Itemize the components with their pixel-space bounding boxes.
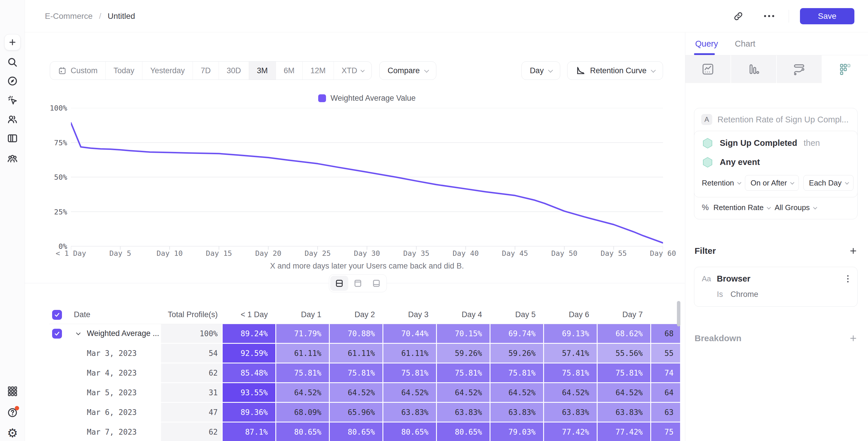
retention-cell[interactable]: 71.79% xyxy=(276,324,329,343)
retention-cell[interactable]: 68.62% xyxy=(597,324,650,343)
tab-chart[interactable]: Chart xyxy=(735,32,755,55)
retention-cell-clipped[interactable]: 68 xyxy=(651,324,680,343)
layout-split-view-button[interactable] xyxy=(330,276,348,291)
column-header[interactable]: Date xyxy=(73,310,160,319)
retention-cell[interactable]: 63.83% xyxy=(437,403,490,421)
vertical-scrollbar[interactable] xyxy=(677,301,680,326)
retention-cell[interactable]: 75.81% xyxy=(276,364,329,382)
retention-cell[interactable]: 75.81% xyxy=(544,364,597,382)
retention-cell[interactable]: 93.55% xyxy=(223,383,275,402)
column-header[interactable]: Day 4 xyxy=(437,310,490,319)
retention-cell[interactable]: 57.41% xyxy=(544,344,597,363)
retention-cell[interactable]: 77.42% xyxy=(597,422,650,441)
retention-cell[interactable]: 69.13% xyxy=(544,324,597,343)
column-header[interactable]: < 1 Day xyxy=(223,310,275,319)
column-header[interactable]: Day 2 xyxy=(330,310,382,319)
row-checkbox[interactable] xyxy=(52,310,62,320)
table-row[interactable]: Mar 3, 20235492.59%61.11%61.11%61.11%59.… xyxy=(49,344,680,363)
group-dropdown[interactable]: All Groups xyxy=(774,203,816,212)
retention-cell[interactable]: 65.96% xyxy=(330,403,382,421)
range-button-xtd[interactable]: XTD xyxy=(334,62,371,80)
retention-cell[interactable]: 79.03% xyxy=(491,422,543,441)
condition-dropdown[interactable]: On or After xyxy=(745,175,799,191)
expand-chevron-icon[interactable] xyxy=(76,331,81,335)
tab-query[interactable]: Query xyxy=(695,32,718,55)
search-icon[interactable] xyxy=(7,57,18,68)
explore-compass-icon[interactable] xyxy=(7,75,18,87)
magic-pointer-icon[interactable] xyxy=(7,95,18,106)
retention-cell[interactable]: 63.83% xyxy=(491,403,543,421)
granularity-dropdown[interactable]: Day xyxy=(521,61,560,80)
retention-cell-clipped[interactable]: 55 xyxy=(651,344,680,363)
retention-line-chart[interactable] xyxy=(71,108,663,250)
breadcrumb-parent[interactable]: E-Commerce xyxy=(45,11,93,21)
range-button-12m[interactable]: 12M xyxy=(303,62,334,80)
retention-cell[interactable]: 75.81% xyxy=(437,364,490,382)
retention-cell[interactable]: 68.09% xyxy=(276,403,329,421)
retention-cell[interactable]: 77.42% xyxy=(544,422,597,441)
retention-cell[interactable]: 64.52% xyxy=(383,383,436,402)
compare-button[interactable]: Compare xyxy=(379,61,436,80)
retention-cell[interactable]: 87.1% xyxy=(223,422,275,441)
retention-cell[interactable]: 80.65% xyxy=(330,422,382,441)
retention-cell[interactable]: 89.24% xyxy=(223,324,275,343)
retention-cell[interactable]: 63.83% xyxy=(544,403,597,421)
create-new-button[interactable] xyxy=(4,34,21,50)
add-filter-button[interactable] xyxy=(849,247,858,255)
retention-cell[interactable]: 85.48% xyxy=(223,364,275,382)
table-row[interactable]: Mar 6, 20234789.36%68.09%65.96%63.83%63.… xyxy=(49,403,680,421)
retention-cell[interactable]: 59.26% xyxy=(491,344,543,363)
retention-cell[interactable]: 80.65% xyxy=(276,422,329,441)
column-header[interactable]: Day 1 xyxy=(276,310,329,319)
retention-cell[interactable]: 64.52% xyxy=(276,383,329,402)
column-header[interactable]: Day 3 xyxy=(383,310,436,319)
table-row[interactable]: Mar 5, 20233193.55%64.52%64.52%64.52%64.… xyxy=(49,383,680,402)
table-row[interactable]: Mar 4, 20236285.48%75.81%75.81%75.81%75.… xyxy=(49,364,680,382)
filter-options-kebab[interactable] xyxy=(846,274,850,284)
retention-cell[interactable]: 64.52% xyxy=(491,383,543,402)
apps-grid-icon[interactable] xyxy=(7,385,18,397)
retention-cell[interactable]: 64.52% xyxy=(330,383,382,402)
retention-cell[interactable]: 64.52% xyxy=(544,383,597,402)
viz-flow-button[interactable] xyxy=(777,55,823,83)
retention-cell-clipped[interactable]: 75 xyxy=(651,422,680,441)
retention-cell-clipped[interactable]: 64 xyxy=(651,383,680,402)
event-row-first[interactable]: Sign Up Completed then xyxy=(694,131,857,150)
range-button-yesterday[interactable]: Yesterday xyxy=(143,62,193,80)
panels-icon[interactable] xyxy=(7,133,18,144)
retention-cell[interactable]: 59.26% xyxy=(437,344,490,363)
retention-cell[interactable]: 64.52% xyxy=(597,383,650,402)
retention-cell[interactable]: 64.52% xyxy=(437,383,490,402)
filter-value[interactable]: Chrome xyxy=(731,290,758,299)
retention-cell[interactable]: 70.44% xyxy=(383,324,436,343)
add-breakdown-button[interactable] xyxy=(849,334,858,343)
row-checkbox[interactable] xyxy=(52,329,62,339)
share-link-button[interactable] xyxy=(732,10,745,23)
retention-cell[interactable]: 75.81% xyxy=(330,364,382,382)
retention-cell[interactable]: 92.59% xyxy=(223,344,275,363)
filter-item-browser[interactable]: Aa Browser Is Chrome xyxy=(694,267,858,307)
retention-cell[interactable]: 55.56% xyxy=(597,344,650,363)
chart-type-dropdown[interactable]: Retention Curve xyxy=(567,61,663,80)
retention-cell[interactable]: 63.83% xyxy=(597,403,650,421)
retention-cell[interactable]: 75.81% xyxy=(383,364,436,382)
save-button[interactable]: Save xyxy=(800,8,855,24)
users-icon[interactable] xyxy=(7,114,18,125)
query-card-header[interactable]: A Retention Rate of Sign Up Compl... xyxy=(694,108,857,131)
viz-retention-grid-button[interactable] xyxy=(822,55,868,83)
event-row-return[interactable]: Any event xyxy=(694,150,857,169)
retention-cell[interactable]: 80.65% xyxy=(383,422,436,441)
table-row[interactable]: Weighted Average ...100%89.24%71.79%70.8… xyxy=(49,324,680,343)
column-header[interactable]: Day 7 xyxy=(597,310,650,319)
retention-cell-clipped[interactable]: 63 xyxy=(651,403,680,421)
audience-icon[interactable] xyxy=(7,153,18,164)
retention-cell[interactable]: 69.74% xyxy=(491,324,543,343)
column-header[interactable]: Total Profile(s) xyxy=(161,310,222,319)
range-button-custom[interactable]: Custom xyxy=(50,62,106,80)
settings-gear-icon[interactable]: ⚙ xyxy=(7,428,18,439)
column-header[interactable]: Day 6 xyxy=(544,310,597,319)
retention-cell[interactable]: 75.81% xyxy=(597,364,650,382)
range-button-6m[interactable]: 6M xyxy=(276,62,303,80)
range-button-today[interactable]: Today xyxy=(106,62,143,80)
layout-table-only-button[interactable] xyxy=(367,276,385,291)
